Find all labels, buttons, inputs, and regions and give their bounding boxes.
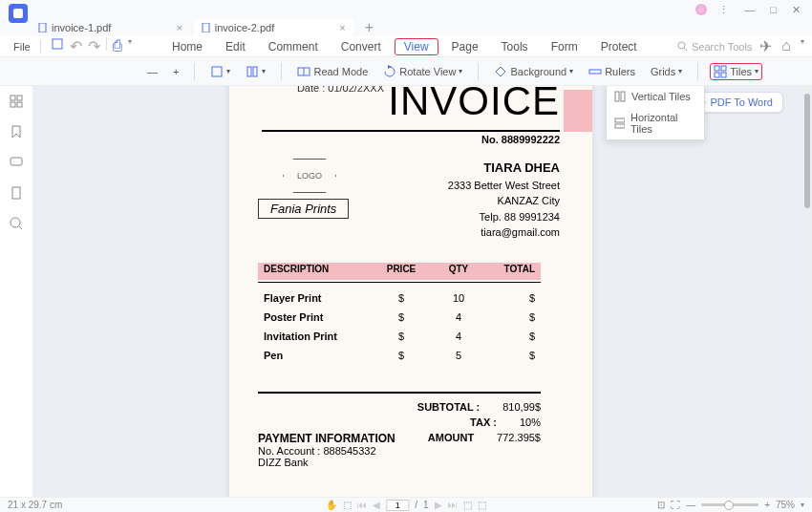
workspace: ▸ Date : 01/02/2XXX INVOICE No. 88899922… <box>0 86 812 497</box>
redo-icon[interactable]: ↷ <box>88 37 100 55</box>
search-panel-icon[interactable] <box>9 216 24 231</box>
tab-protect[interactable]: Protect <box>591 38 647 55</box>
tab-close-icon[interactable]: × <box>339 22 345 33</box>
rulers-button[interactable]: Rulers <box>585 63 639 80</box>
prev-page-icon[interactable]: ◀ <box>373 500 380 510</box>
svg-rect-1 <box>203 23 209 32</box>
page-input[interactable] <box>386 500 409 511</box>
search-tools[interactable]: Search Tools <box>677 41 752 53</box>
menubar: File ↶ ↷ ⎙ ▾ Home Edit Comment Convert V… <box>0 36 812 57</box>
zoom-in-icon[interactable]: + <box>764 500 770 510</box>
col-qty: QTY <box>430 264 487 274</box>
col-total: TOTAL <box>487 264 541 274</box>
auto-fit-icon[interactable]: ⊡ <box>657 500 665 510</box>
tab-home[interactable]: Home <box>162 38 212 55</box>
main-tabs: Home Edit Comment Convert View Page Tool… <box>162 38 647 55</box>
svg-rect-29 <box>615 118 625 122</box>
undo-icon[interactable]: ↶ <box>70 37 82 55</box>
next-page-icon[interactable]: ▶ <box>435 500 442 510</box>
svg-rect-18 <box>17 96 22 100</box>
more-icon[interactable]: ⋮ <box>715 2 733 18</box>
print-icon[interactable]: ⎙ <box>113 37 122 55</box>
user-avatar[interactable] <box>695 4 707 15</box>
grids-button[interactable]: Grids▾ <box>647 64 686 79</box>
tab-invoice-2[interactable]: invoice-2.pdf × <box>194 19 353 36</box>
tab-convert[interactable]: Convert <box>331 38 391 55</box>
client-name: TIARA DHEA <box>448 159 560 178</box>
tab-form[interactable]: Form <box>542 38 588 55</box>
zoom-in-button[interactable]: + <box>169 64 182 79</box>
tab-tools[interactable]: Tools <box>492 38 538 55</box>
maximize-icon[interactable]: □ <box>766 2 780 17</box>
fit-button[interactable]: ▾ <box>206 63 234 80</box>
tab-edit[interactable]: Edit <box>216 38 255 55</box>
zoom-controls: ⊡ ⛶ — + 75% ▾ <box>657 500 804 510</box>
tab-view[interactable]: View <box>395 38 438 55</box>
rotate-view-button[interactable]: Rotate View▾ <box>379 63 466 80</box>
table-divider <box>258 282 541 283</box>
scrollbar-thumb[interactable] <box>804 94 810 208</box>
app-logo[interactable] <box>9 4 28 23</box>
search-placeholder: Search Tools <box>692 41 752 53</box>
close-icon[interactable]: ✕ <box>788 2 804 18</box>
svg-rect-7 <box>253 67 257 76</box>
svg-rect-5 <box>212 67 222 76</box>
hand-tool-icon[interactable]: ✋ <box>326 500 337 510</box>
cloud-icon[interactable]: ⌂ <box>781 37 791 55</box>
canvas[interactable]: Date : 01/02/2XXX INVOICE No. 8889992222… <box>32 86 812 497</box>
layout-button[interactable]: ▾ <box>242 63 269 80</box>
first-page-icon[interactable]: ⏮ <box>357 500 367 510</box>
svg-rect-17 <box>11 96 15 100</box>
fit-width-icon[interactable]: ⬚ <box>463 500 472 510</box>
svg-rect-22 <box>12 187 20 199</box>
tab-invoice-1[interactable]: invoice-1.pdf × <box>31 19 190 36</box>
last-page-icon[interactable]: ⏭ <box>448 500 458 510</box>
select-tool-icon[interactable]: ⬚ <box>343 500 352 510</box>
help-icon[interactable]: ▾ <box>801 37 804 55</box>
bookmark-icon[interactable] <box>9 124 24 139</box>
table-row: Poster Print$4$ <box>258 308 541 327</box>
company-logo: LOGO <box>283 159 336 193</box>
thumbnails-icon[interactable] <box>9 94 24 109</box>
fit-page-icon[interactable]: ⬚ <box>478 500 486 510</box>
svg-line-4 <box>684 48 687 51</box>
right-icons: ✈ ⌂ ▾ <box>759 37 804 55</box>
save-icon[interactable] <box>51 37 64 51</box>
svg-point-3 <box>678 42 685 49</box>
zoom-out-icon[interactable]: — <box>686 500 695 510</box>
document-tabs: invoice-1.pdf × invoice-2.pdf × + <box>0 19 812 36</box>
attachments-icon[interactable] <box>9 185 24 201</box>
fullscreen-icon[interactable]: ⛶ <box>671 500 680 510</box>
send-icon[interactable]: ✈ <box>759 37 772 55</box>
page-dimensions: 21 x 29.7 cm <box>8 500 62 510</box>
quick-access-toolbar: ↶ ↷ ⎙ ▾ <box>51 37 132 55</box>
comments-icon[interactable] <box>9 155 24 170</box>
tab-close-icon[interactable]: × <box>176 22 182 33</box>
client-block: TIARA DHEA 2333 Better West Street KANZA… <box>448 159 560 241</box>
zoom-out-button[interactable]: — <box>143 64 161 79</box>
divider <box>262 130 560 132</box>
tab-page[interactable]: Page <box>442 38 488 55</box>
zoom-slider[interactable] <box>701 503 759 506</box>
tiles-button[interactable]: Tiles▾ <box>710 63 762 80</box>
background-button[interactable]: Background▾ <box>490 63 577 80</box>
invoice-title: INVOICE <box>388 86 560 124</box>
col-price: PRICE <box>373 264 430 274</box>
svg-rect-21 <box>11 158 22 165</box>
vertical-scrollbar[interactable] <box>804 86 810 497</box>
horizontal-tiles-icon <box>614 117 625 129</box>
horizontal-tiles-item[interactable]: Horizontal Tiles <box>607 107 704 139</box>
add-tab-button[interactable]: + <box>357 19 381 36</box>
read-mode-button[interactable]: Read Mode <box>293 63 372 80</box>
svg-rect-27 <box>615 92 619 101</box>
minimize-icon[interactable]: — <box>740 2 759 17</box>
titlebar: ⋮ — □ ✕ <box>0 0 812 19</box>
totals-divider <box>258 392 541 394</box>
payment-info: PAYMENT INFORMATION No. Account : 888545… <box>258 432 395 468</box>
svg-rect-20 <box>17 102 22 107</box>
file-menu[interactable]: File <box>8 41 36 53</box>
accent-bar <box>564 90 592 132</box>
tab-comment[interactable]: Comment <box>259 38 328 55</box>
file-icon <box>38 23 48 32</box>
vertical-tiles-item[interactable]: Vertical Tiles <box>607 86 704 107</box>
